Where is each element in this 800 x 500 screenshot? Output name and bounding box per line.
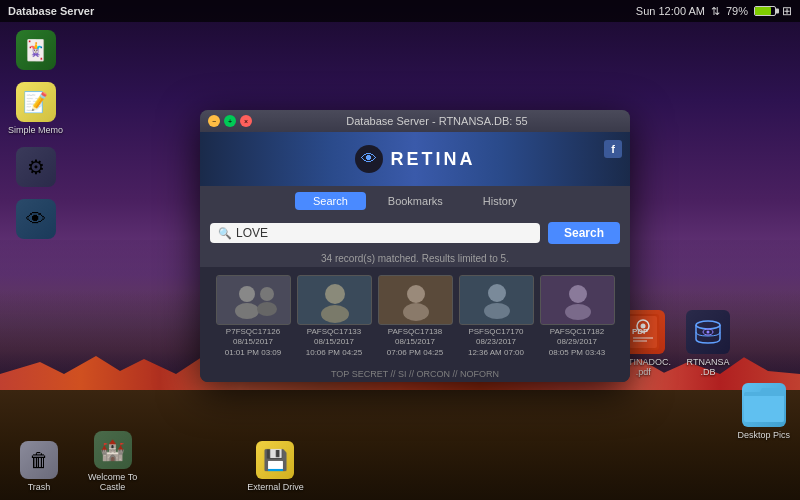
tab-bookmarks[interactable]: Bookmarks xyxy=(370,192,461,210)
retina-eye-icon: 👁 xyxy=(355,145,383,173)
thumb-id-2: PAFSQC17133 xyxy=(306,327,363,337)
thumb-date-5: 08/29/2017 xyxy=(549,337,606,347)
thumbnail-2[interactable]: PAFSQC17133 08/15/2017 10:06 PM 04:25 xyxy=(297,275,372,358)
trash-icon-bottom[interactable]: 🗑 Trash xyxy=(20,441,58,492)
svg-rect-0 xyxy=(217,276,291,325)
memo-icon: 📝 xyxy=(16,82,56,122)
thumb-time-2: 10:06 PM 04:25 xyxy=(306,348,363,358)
db-icon-img xyxy=(686,310,730,354)
svg-point-7 xyxy=(321,305,349,323)
battery-bar xyxy=(754,6,776,16)
svg-point-26 xyxy=(707,331,710,334)
svg-point-24 xyxy=(696,321,720,329)
thumb-id-3: PAFSQC17138 xyxy=(387,327,444,337)
taskbar-datetime: Sun 12:00 AM xyxy=(636,5,705,17)
cards-icon: 🃏 xyxy=(16,30,56,70)
close-button[interactable]: × xyxy=(240,115,252,127)
svg-point-4 xyxy=(257,302,277,316)
dock-icon-memo[interactable]: 📝 Simple Memo xyxy=(8,82,63,135)
thumb-date-4: 08/23/2017 xyxy=(468,337,524,347)
battery-percent: 79% xyxy=(726,5,748,17)
thumb-id-4: PSFSQC17170 xyxy=(468,327,524,337)
thumb-image-1 xyxy=(216,275,291,325)
svg-point-16 xyxy=(565,304,591,320)
search-magnifier-icon: 🔍 xyxy=(218,227,232,240)
svg-point-12 xyxy=(488,284,506,302)
retina-text: RETINA xyxy=(391,149,476,170)
drive-icon-img: 💾 xyxy=(256,441,294,479)
thumbnail-1[interactable]: P7FSQC17126 08/15/2017 01:01 PM 03:09 xyxy=(216,275,291,358)
thumb-time-4: 12:36 AM 07:00 xyxy=(468,348,524,358)
battery-icon xyxy=(754,6,776,16)
thumb-image-5 xyxy=(540,275,615,325)
thumb-meta-2: PAFSQC17133 08/15/2017 10:06 PM 04:25 xyxy=(306,327,363,358)
search-input[interactable] xyxy=(236,226,532,240)
desktop: Database Server Sun 12:00 AM ⇅ 79% ⊞ 🃏 📝… xyxy=(0,0,800,500)
svg-point-9 xyxy=(407,285,425,303)
taskbar-title: Database Server xyxy=(8,5,94,17)
thumb-meta-5: PAFSQC17182 08/29/2017 08:05 PM 03:43 xyxy=(549,327,606,358)
trash-label: Trash xyxy=(28,482,51,492)
tabs-bar: Search Bookmarks History xyxy=(200,186,630,216)
thumb-time-5: 08:05 PM 03:43 xyxy=(549,348,606,358)
thumb-image-2 xyxy=(297,275,372,325)
taskbar: Database Server Sun 12:00 AM ⇅ 79% ⊞ xyxy=(0,0,800,22)
thumb-date-1: 08/15/2017 xyxy=(225,337,282,347)
thumb-date-3: 08/15/2017 xyxy=(387,337,444,347)
window-controls: − + × xyxy=(208,115,252,127)
wifi-icon: ⊞ xyxy=(782,4,792,18)
castle-label: Welcome ToCastle xyxy=(88,472,137,492)
battery-fill xyxy=(755,7,771,15)
folder-icon xyxy=(742,383,786,427)
thumbnail-4[interactable]: PSFSQC17170 08/23/2017 12:36 AM 07:00 xyxy=(459,275,534,358)
svg-point-2 xyxy=(235,303,259,319)
watermark-text: TOP SECRET // SI // ORCON // NOFORN xyxy=(331,369,499,379)
thumb-image-3 xyxy=(378,275,453,325)
left-dock: 🃏 📝 Simple Memo ⚙ 👁 xyxy=(8,30,63,239)
search-button[interactable]: Search xyxy=(548,222,620,244)
dock-icon-eye[interactable]: 👁 xyxy=(16,199,56,239)
svg-point-13 xyxy=(484,303,510,319)
dialog-title: Database Server - RTNANSA.DB: 55 xyxy=(252,115,622,127)
drive-label: External Drive xyxy=(247,482,304,492)
thumbnail-3[interactable]: PAFSQC17138 08/15/2017 07:06 PM 04:25 xyxy=(378,275,453,358)
results-count-text: 34 record(s) matched. Results limited to… xyxy=(321,253,509,264)
search-bar: 🔍 Search xyxy=(200,216,630,250)
settings-icon: ⚙ xyxy=(16,147,56,187)
dialog-titlebar: − + × Database Server - RTNANSA.DB: 55 xyxy=(200,110,630,132)
castle-icon-img: 🏰 xyxy=(94,431,132,469)
retina-header: 👁 RETINA f xyxy=(200,132,630,186)
thumb-meta-4: PSFSQC17170 08/23/2017 12:36 AM 07:00 xyxy=(468,327,524,358)
thumb-time-1: 01:01 PM 03:09 xyxy=(225,348,282,358)
dock-icon-settings[interactable]: ⚙ xyxy=(16,147,56,187)
thumb-meta-3: PAFSQC17138 08/15/2017 07:06 PM 04:25 xyxy=(387,327,444,358)
results-info: 34 record(s) matched. Results limited to… xyxy=(200,250,630,267)
arrows-icon: ⇅ xyxy=(711,5,720,18)
maximize-button[interactable]: + xyxy=(224,115,236,127)
drive-icon-bottom[interactable]: 💾 External Drive xyxy=(247,441,304,492)
svg-point-1 xyxy=(239,286,255,302)
memo-label: Simple Memo xyxy=(8,125,63,135)
dialog-window: − + × Database Server - RTNANSA.DB: 55 👁… xyxy=(200,110,630,382)
retina-logo: 👁 RETINA xyxy=(355,145,476,173)
search-input-wrapper: 🔍 xyxy=(210,223,540,243)
bottom-dock: 🗑 Trash 🏰 Welcome ToCastle 💾 External Dr… xyxy=(0,431,800,492)
tab-history[interactable]: History xyxy=(465,192,535,210)
svg-point-10 xyxy=(403,303,429,321)
rtnansa-icon[interactable]: RTNANSA.DB xyxy=(686,310,730,377)
thumb-id-5: PAFSQC17182 xyxy=(549,327,606,337)
svg-point-15 xyxy=(569,285,587,303)
thumb-image-4 xyxy=(459,275,534,325)
thumbnail-5[interactable]: PAFSQC17182 08/29/2017 08:05 PM 03:43 xyxy=(540,275,615,358)
tab-search[interactable]: Search xyxy=(295,192,366,210)
minimize-button[interactable]: − xyxy=(208,115,220,127)
thumb-time-3: 07:06 PM 04:25 xyxy=(387,348,444,358)
eye-icon: 👁 xyxy=(16,199,56,239)
facebook-icon[interactable]: f xyxy=(604,140,622,158)
svg-point-6 xyxy=(325,284,345,304)
castle-icon-bottom[interactable]: 🏰 Welcome ToCastle xyxy=(88,431,137,492)
svg-point-23 xyxy=(641,324,646,329)
watermark: TOP SECRET // SI // ORCON // NOFORN xyxy=(200,366,630,382)
dock-icon-cards[interactable]: 🃏 xyxy=(16,30,56,70)
trash-icon-img: 🗑 xyxy=(20,441,58,479)
